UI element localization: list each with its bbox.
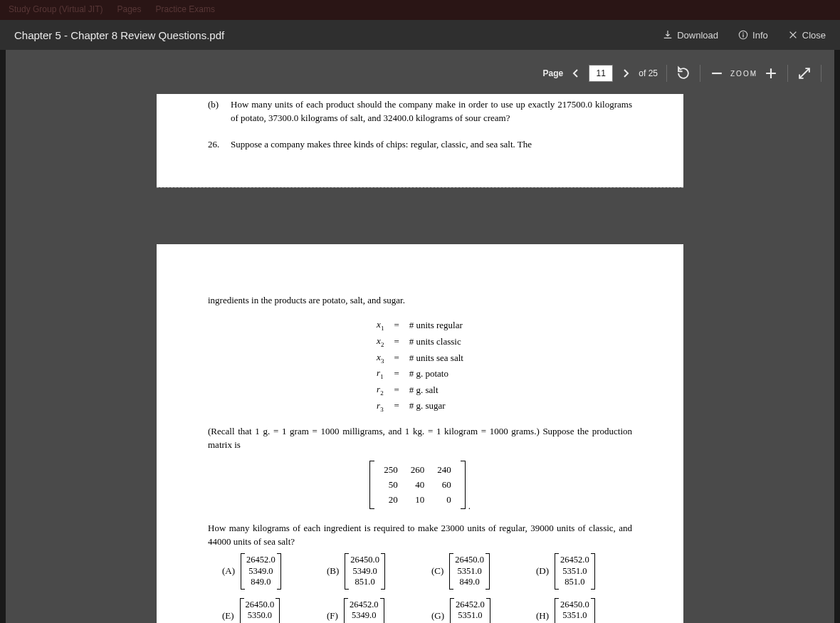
answer-choice[interactable]: (A)26452.05349.0849.0 [222, 553, 318, 590]
document-title: Chapter 5 - Chapter 8 Review Questions.p… [14, 29, 663, 41]
variable-definitions: x1=# units regularx2=# units classicx3=#… [371, 317, 469, 415]
production-matrix: 25026024050406020100. [208, 461, 632, 513]
page-number-input[interactable] [589, 65, 613, 82]
chevron-left-icon [572, 69, 580, 78]
separator [821, 65, 821, 82]
next-page-button[interactable] [619, 66, 633, 80]
chevron-right-icon [621, 69, 630, 78]
answer-choice[interactable]: (C)26450.05351.0849.0 [431, 553, 527, 590]
rotate-icon [676, 66, 691, 81]
question-26-text: Suppose a company makes three kinds of c… [231, 138, 532, 152]
answer-choice[interactable]: (G)26452.05351.0849.0 [431, 598, 527, 623]
separator [787, 65, 788, 82]
answer-choice[interactable]: (E)26450.05350.0850.0 [222, 598, 318, 623]
question-b-text: How many units of each product should th… [231, 98, 632, 125]
download-button[interactable]: Download [663, 30, 718, 41]
question-number: 26. [208, 138, 225, 152]
download-icon [663, 30, 673, 40]
question-prompt: How many kilograms of each ingredient is… [208, 522, 632, 549]
viewer-header: Chapter 5 - Chapter 8 Review Questions.p… [0, 20, 840, 50]
pdf-viewer: Page of 25 ZOOM (b) How many u [6, 50, 834, 623]
answer-choice[interactable]: (H)26450.05351.0851.0 [536, 598, 632, 623]
recall-text: (Recall that 1 g. = 1 gram = 1000 millig… [208, 425, 632, 452]
zoom-in-button[interactable] [763, 66, 779, 81]
close-icon [788, 30, 798, 40]
fullscreen-button[interactable] [797, 66, 812, 81]
back-course: Study Group (Virtual JIT) [9, 4, 103, 16]
close-button[interactable]: Close [788, 30, 826, 41]
page-gap [157, 187, 683, 244]
expand-icon [797, 66, 812, 81]
zoom-out-button[interactable] [709, 66, 725, 81]
plus-icon [763, 66, 779, 81]
back-pages: Pages [117, 4, 142, 16]
separator [700, 65, 700, 82]
prev-page-button[interactable] [569, 66, 583, 80]
zoom-label: ZOOM [730, 70, 757, 78]
pdf-page: (b) How many units of each product shoul… [157, 94, 683, 187]
answer-choices: (A)26452.05349.0849.0(B)26450.05349.0851… [208, 553, 632, 623]
minus-icon [709, 66, 725, 81]
question-part-label: (b) [208, 98, 225, 125]
svg-rect-2 [742, 34, 743, 37]
info-icon [738, 30, 748, 40]
page-label: Page [543, 68, 564, 78]
rotate-button[interactable] [676, 66, 691, 81]
background-nav: Study Group (Virtual JIT) Pages Practice… [0, 0, 840, 20]
viewer-toolbar: Page of 25 ZOOM [543, 60, 824, 87]
answer-choice[interactable]: (D)26452.05351.0851.0 [536, 553, 632, 590]
info-button[interactable]: Info [738, 30, 768, 41]
svg-point-1 [742, 33, 744, 34]
total-pages: of 25 [639, 68, 658, 78]
separator [666, 65, 667, 82]
page2-intro: ingredients in the products are potato, … [208, 294, 632, 308]
answer-choice[interactable]: (B)26450.05349.0851.0 [327, 553, 423, 590]
back-exams: Practice Exams [156, 4, 215, 16]
document-scroll-area[interactable]: (b) How many units of each product shoul… [6, 94, 834, 623]
pdf-page: ingredients in the products are potato, … [157, 244, 683, 623]
answer-choice[interactable]: (F)26452.05349.0851.0 [327, 598, 423, 623]
